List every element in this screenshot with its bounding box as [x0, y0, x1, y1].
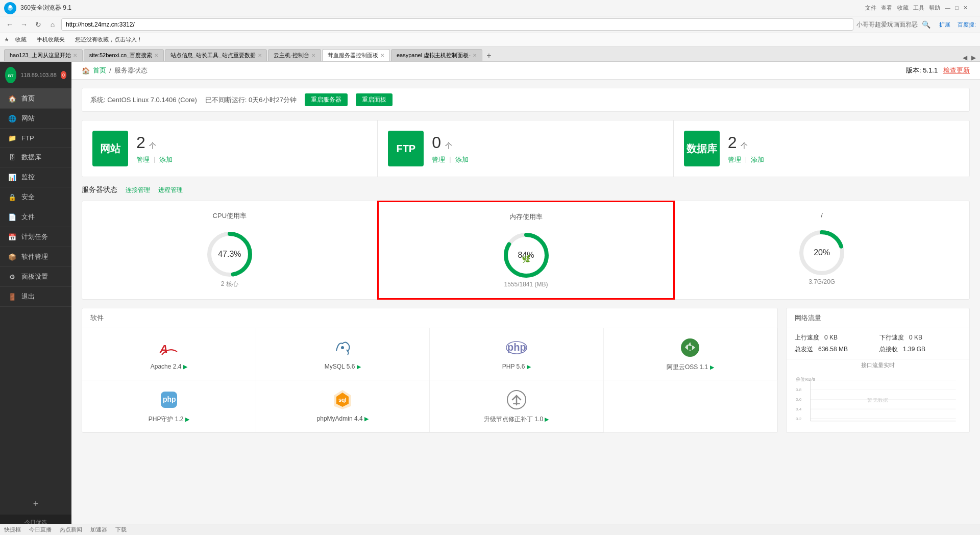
breadcrumb: 🏠 首页 / 服务器状态 [82, 66, 148, 75]
sidebar-add-button[interactable]: + [0, 494, 71, 515]
home-button[interactable]: ⌂ [47, 19, 58, 30]
ftp-stat-count: 0 个 [432, 133, 663, 152]
ftp-manage-link[interactable]: 管理 [432, 155, 445, 164]
disk-value: 20% [814, 248, 830, 257]
stat-card-website: 网站 2 个 管理 | 添加 [82, 120, 378, 177]
tab-cloud[interactable]: 云主机-控制台 ✕ [268, 49, 321, 61]
db-stat-count: 2 个 [728, 133, 959, 152]
tab-switch-left[interactable]: ◀ [963, 54, 967, 61]
sidebar-label-website: 网站 [21, 114, 35, 123]
back-button[interactable]: ← [4, 19, 15, 30]
ftp-add-link[interactable]: 添加 [455, 155, 469, 164]
status-item-4[interactable]: 加速器 [90, 526, 107, 530]
software-phpguard[interactable]: php PHP守护 1.2 ▶ [82, 380, 256, 432]
refresh-button[interactable]: ↻ [33, 19, 44, 30]
sidebar-item-ftp[interactable]: 📁 FTP [0, 129, 71, 148]
website-unit: 个 [149, 141, 156, 150]
svg-text:BT: BT [8, 74, 14, 78]
tab-baidu[interactable]: site:52benxi.cn_百度搜索 ✕ [84, 49, 164, 61]
status-bar: 快捷框 今日直播 热点新闻 加速器 下载 [0, 524, 980, 530]
bookmark-empty[interactable]: 您还没有收藏，点击导入！ [71, 35, 146, 44]
version-info: 版本: 5.1.1 检查更新 [906, 66, 970, 75]
chart-area: 单位KB/s 1 0.8 0.6 0.4 0.2 [787, 371, 969, 432]
process-manage-link[interactable]: 进程管理 [158, 186, 183, 194]
breadcrumb-home[interactable]: 首页 [93, 66, 106, 75]
website-manage-link[interactable]: 管理 [136, 155, 150, 164]
restart-panel-button[interactable]: 重启面板 [356, 93, 393, 106]
svg-text:单位KB/s: 单位KB/s [796, 377, 816, 382]
sidebar-item-software[interactable]: 📦 软件管理 [0, 247, 71, 267]
phpmyadmin-arrow: ▶ [364, 416, 369, 422]
connection-manage-link[interactable]: 连接管理 [126, 186, 150, 194]
tab-close-4[interactable]: ✕ [380, 53, 384, 58]
website-icon-label: 网站 [100, 142, 120, 156]
software-phpmyadmin[interactable]: sql phpMyAdmin 4.4 ▶ [256, 380, 430, 432]
sidebar-label-software: 软件管理 [21, 252, 48, 261]
ftp-unit: 个 [445, 141, 452, 150]
tab-close-2[interactable]: ✕ [258, 53, 262, 58]
website-add-link[interactable]: 添加 [159, 155, 173, 164]
restart-service-button[interactable]: 重启服务器 [305, 93, 348, 106]
tab-close-3[interactable]: ✕ [311, 53, 315, 58]
software-php[interactable]: php PHP 5.6 ▶ [430, 328, 604, 380]
monitor-icon: 📊 [8, 173, 16, 181]
sidebar-item-cron[interactable]: 📅 计划任务 [0, 227, 71, 247]
sidebar-nav: 🏠 首页 🌐 网站 📁 FTP 🗄 数据库 📊 监控 🔒 安全 [0, 89, 71, 494]
software-icon: 📦 [8, 253, 16, 261]
sidebar-item-security[interactable]: 🔒 安全 [0, 187, 71, 207]
network-header: 网络流量 [787, 308, 969, 328]
sidebar-label-logout: 退出 [21, 292, 35, 301]
status-item-2[interactable]: 今日直播 [29, 526, 52, 530]
software-upgrade[interactable]: 升级节点修正补丁 1.0 ▶ [430, 380, 604, 432]
sidebar-item-monitor[interactable]: 📊 监控 [0, 167, 71, 187]
status-item-1[interactable]: 快捷框 [4, 526, 21, 530]
ftp-count: 0 [432, 133, 441, 152]
db-add-link[interactable]: 添加 [751, 155, 764, 164]
software-apache[interactable]: A Apache 2.4 ▶ [82, 328, 256, 380]
tab-easypanel[interactable]: easypanel 虚拟主机控制面板- ✕ [391, 49, 482, 61]
sidebar-label-settings: 面板设置 [21, 272, 48, 281]
network-section: 网络流量 上行速度 0 KB 下行速度 0 KB [786, 308, 970, 433]
ftp-stat-icon: FTP [388, 131, 424, 166]
sidebar-item-home[interactable]: 🏠 首页 [0, 89, 71, 109]
phpguard-icon: php [158, 388, 180, 411]
address-bar[interactable] [61, 18, 853, 31]
tab-hao123[interactable]: hao123_上网从这里开始 ✕ [4, 49, 83, 61]
apache-label: Apache 2.4 ▶ [151, 363, 187, 370]
settings-icon: ⚙ [8, 273, 16, 281]
php-icon: php [505, 336, 528, 359]
apache-icon: A [158, 336, 180, 359]
db-manage-link[interactable]: 管理 [728, 155, 741, 164]
bookmark-collection[interactable]: 收藏 [11, 35, 31, 44]
check-update-link[interactable]: 检查更新 [943, 66, 970, 74]
svg-text:0.6: 0.6 [796, 397, 802, 402]
forward-button[interactable]: → [18, 19, 30, 30]
sidebar-item-files[interactable]: 📄 文件 [0, 207, 71, 227]
sidebar-item-logout[interactable]: 🚪 退出 [0, 287, 71, 307]
browser-title: 360安全浏览器 9.1 [20, 4, 443, 12]
tab-close-5[interactable]: ✕ [473, 53, 477, 58]
extension-right[interactable]: 百度搜: [958, 21, 976, 29]
svg-point-2 [9, 5, 12, 8]
tab-panel[interactable]: 茸血服务器控制面板 ✕ [322, 49, 390, 61]
app-container: BT 118.89.103.88 0 🏠 首页 🌐 网站 📁 FTP 🗄 数据库 [0, 62, 980, 530]
svg-text:0.2: 0.2 [796, 417, 801, 421]
tab-close-0[interactable]: ✕ [73, 53, 77, 58]
tab-close-1[interactable]: ✕ [154, 53, 158, 58]
sidebar-item-db[interactable]: 🗄 数据库 [0, 148, 71, 167]
extension-left[interactable]: 扩展 [939, 21, 950, 29]
bookmark-mobile[interactable]: 手机收藏夹 [33, 35, 69, 44]
tab-switch-right[interactable]: ▶ [971, 54, 976, 61]
status-item-5[interactable]: 下载 [115, 526, 127, 530]
search-button[interactable]: 🔍 [921, 19, 932, 30]
new-tab-button[interactable]: + [483, 50, 495, 61]
tab-site-info[interactable]: 站点信息_站长工具_站点重要数据 ✕ [165, 49, 267, 61]
menu-items[interactable]: 文件 查看 收藏 工具 帮助 — □ ✕ [865, 4, 968, 12]
sidebar-item-settings[interactable]: ⚙ 面板设置 [0, 267, 71, 287]
software-mysql[interactable]: MySQL 5.6 ▶ [256, 328, 430, 380]
sidebar-item-website[interactable]: 🌐 网站 [0, 109, 71, 129]
software-oss[interactable]: 阿里云OSS 1.1 ▶ [604, 328, 778, 380]
status-item-3[interactable]: 热点新闻 [60, 526, 82, 530]
content-area: 系统: CentOS Linux 7.0.1406 (Core) 已不间断运行:… [71, 80, 980, 530]
cpu-gauge-circle: 47.3% [204, 229, 255, 280]
